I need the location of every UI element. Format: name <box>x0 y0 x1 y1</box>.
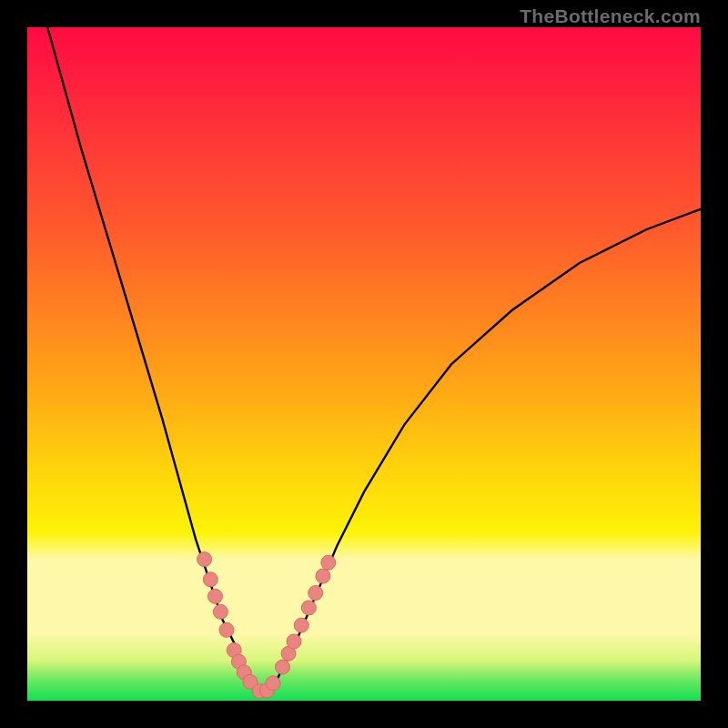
dot <box>287 634 301 649</box>
dot <box>219 622 234 637</box>
dot <box>294 618 308 632</box>
dot <box>266 676 280 691</box>
dot <box>316 569 330 583</box>
bottleneck-curve <box>47 27 701 694</box>
highlight-dots <box>197 552 336 699</box>
dot <box>213 604 228 619</box>
watermark-text: TheBottleneck.com <box>520 5 701 27</box>
dot <box>203 572 217 587</box>
dot <box>321 555 336 570</box>
dot <box>197 552 212 567</box>
chart-container: TheBottleneck.com <box>0 0 728 728</box>
plot-area <box>27 27 701 701</box>
dot <box>208 589 223 603</box>
curve-layer <box>27 27 701 701</box>
dot <box>308 586 323 601</box>
dot <box>301 601 316 615</box>
dot <box>276 660 290 674</box>
